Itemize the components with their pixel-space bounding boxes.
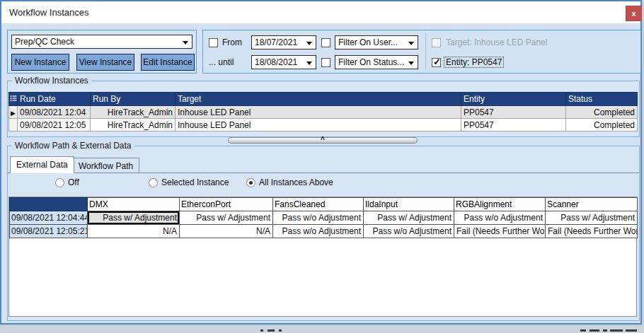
titlebar: Workflow Instances x <box>1 1 640 23</box>
tab-external-data[interactable]: External Data <box>10 156 74 173</box>
col-header-status[interactable]: Status <box>566 93 638 106</box>
edit-instance-button[interactable]: Edit Instance <box>141 54 195 71</box>
cell-scanner[interactable]: Fail (Needs Further Work) <box>546 225 638 238</box>
radio-icon <box>149 178 158 187</box>
filter-status-select[interactable]: Filter On Status... <box>335 55 418 69</box>
col-header-ildainput[interactable]: IldaInput <box>364 198 454 211</box>
cell-ildainput[interactable]: Pass w/ Adjustment <box>364 211 454 225</box>
col-header-scanner[interactable]: Scanner <box>546 198 638 211</box>
cell-etherconport[interactable]: Pass w/ Adjustment <box>180 211 273 225</box>
from-date-value: 18/07/2021 <box>255 37 297 47</box>
workflow-instances-group-label: Workflow Instances <box>12 76 91 86</box>
cell-status[interactable]: Completed <box>566 106 638 119</box>
cell-etherconport[interactable]: N/A <box>180 225 273 238</box>
instances-header-row: Run Date Run By Target Entity Status <box>9 93 638 106</box>
col-header-run-date[interactable]: Run Date <box>18 93 91 106</box>
cell-rgbalignment[interactable]: Fail (Needs Further Work) <box>454 225 546 238</box>
window-title: Workflow Instances <box>9 7 88 18</box>
external-data-grid-area: DMX EtherconPort FansCleaned IldaInput R… <box>8 197 637 317</box>
row-label[interactable]: 09/08/2021 12:05:21 <box>10 225 88 238</box>
filter-user-checkbox[interactable] <box>321 38 330 47</box>
screen: Workflow Instances x Prep/QC Check New I… <box>0 0 644 333</box>
col-header-entity[interactable]: Entity <box>461 93 566 106</box>
cell-fanscleaned[interactable]: Pass w/o Adjustment <box>273 211 364 225</box>
target-label: Target: Inhouse LED Panel <box>446 37 547 47</box>
radio-selected-instance[interactable]: Selected Instance <box>149 177 229 187</box>
workflow-path-group: Workflow Path & External Data External D… <box>7 146 640 321</box>
chevron-down-icon <box>183 41 188 45</box>
workflow-type-value: Prep/QC Check <box>15 37 74 47</box>
tab-strip: External Data Workflow Path <box>8 156 639 173</box>
radio-icon <box>55 178 64 187</box>
cell-dmx[interactable]: Pass w/ Adjustment <box>88 211 180 225</box>
cell-ildainput[interactable]: Pass w/o Adjustment <box>364 225 454 238</box>
col-header-fanscleaned[interactable]: FansCleaned <box>273 198 364 211</box>
filter-status-checkbox[interactable] <box>321 58 330 67</box>
splitter-handle[interactable]: ^ <box>228 137 418 144</box>
corner-header-cell <box>10 198 88 211</box>
chevron-up-icon: ^ <box>321 136 325 144</box>
filter-user-value: Filter On User... <box>338 37 398 47</box>
table-row[interactable]: 09/08/2021 12:05:21 N/A N/A Pass w/o Adj… <box>10 225 638 238</box>
until-date-select[interactable]: 18/08/2021 <box>251 55 316 69</box>
close-icon: x <box>631 9 636 18</box>
cell-run-by[interactable]: HireTrack_Admin <box>91 119 176 132</box>
from-date-select[interactable]: 18/07/2021 <box>251 35 316 49</box>
from-label: From <box>222 37 242 47</box>
chevron-down-icon <box>408 42 414 45</box>
cell-scanner[interactable]: Pass w/ Adjustment <box>546 211 638 225</box>
table-row[interactable]: 09/08/2021 12:04:44 Pass w/ Adjustment P… <box>10 211 638 225</box>
cell-status[interactable]: Completed <box>566 119 638 132</box>
until-label: ... until <box>209 57 234 67</box>
tab-workflow-path[interactable]: Workflow Path <box>73 158 139 173</box>
col-header-dmx[interactable]: DMX <box>88 198 180 211</box>
cell-dmx[interactable]: N/A <box>88 225 180 238</box>
entity-checkbox[interactable] <box>432 58 441 67</box>
workflow-path-group-label: Workflow Path & External Data <box>12 141 134 151</box>
chevron-down-icon <box>408 62 414 65</box>
cell-rgbalignment[interactable]: Pass w/o Adjustment <box>454 211 546 225</box>
cell-fanscleaned[interactable]: Pass w/o Adjustment <box>273 225 364 238</box>
cell-entity[interactable]: PP0547 <box>461 106 566 119</box>
current-row-arrow-icon: ▶ <box>11 110 16 117</box>
workflow-type-panel: Prep/QC Check New Instance View Instance… <box>7 30 197 74</box>
row-selector-cell: ▶ <box>9 106 18 119</box>
radio-off[interactable]: Off <box>55 177 79 187</box>
cell-entity[interactable]: PP0547 <box>461 119 566 132</box>
background-window-strip <box>0 326 644 333</box>
cell-target[interactable]: Inhouse LED Panel <box>176 119 461 132</box>
from-checkbox[interactable] <box>209 38 218 47</box>
view-instance-button[interactable]: View Instance <box>76 54 134 71</box>
table-row[interactable]: ▶ 09/08/2021 12:04 HireTrack_Admin Inhou… <box>9 106 638 119</box>
row-label[interactable]: 09/08/2021 12:04:44 <box>10 211 88 225</box>
filters-divider <box>425 33 426 70</box>
external-header-row: DMX EtherconPort FansCleaned IldaInput R… <box>10 198 638 211</box>
filter-user-select[interactable]: Filter On User... <box>335 35 418 49</box>
workflow-type-select[interactable]: Prep/QC Check <box>11 35 192 49</box>
workflow-instances-dialog: Workflow Instances x Prep/QC Check New I… <box>0 0 642 325</box>
col-header-rgbalignment[interactable]: RGBAlignment <box>454 198 546 211</box>
radio-selected-instance-label: Selected Instance <box>161 177 229 187</box>
new-instance-button[interactable]: New Instance <box>11 54 69 71</box>
filters-panel: From 18/07/2021 ... until 18/08/2021 Fil… <box>202 30 641 74</box>
filter-status-value: Filter On Status... <box>338 57 404 67</box>
chevron-down-icon <box>306 62 312 65</box>
radio-all-instances-label: All Instances Above <box>259 177 333 187</box>
target-checkbox <box>432 38 441 47</box>
close-button[interactable]: x <box>626 6 642 21</box>
col-header-etherconport[interactable]: EtherconPort <box>180 198 273 211</box>
chevron-down-icon <box>306 42 312 45</box>
cell-target[interactable]: Inhouse LED Panel <box>176 106 461 119</box>
cell-run-date[interactable]: 09/08/2021 12:05 <box>18 119 91 132</box>
table-row[interactable]: 09/08/2021 12:05 HireTrack_Admin Inhouse… <box>9 119 638 132</box>
radio-all-instances[interactable]: All Instances Above <box>246 177 333 187</box>
entity-label: Entity: PP0547 <box>444 57 503 67</box>
radio-selected-icon <box>246 178 255 187</box>
until-date-value: 18/08/2021 <box>255 57 297 67</box>
col-header-target[interactable]: Target <box>176 93 461 106</box>
instances-table: Run Date Run By Target Entity Status ▶ 0… <box>8 92 638 132</box>
cell-run-by[interactable]: HireTrack_Admin <box>91 106 176 119</box>
col-header-run-by[interactable]: Run By <box>91 93 176 106</box>
grid-options-header[interactable] <box>9 93 18 106</box>
cell-run-date[interactable]: 09/08/2021 12:04 <box>18 106 91 119</box>
